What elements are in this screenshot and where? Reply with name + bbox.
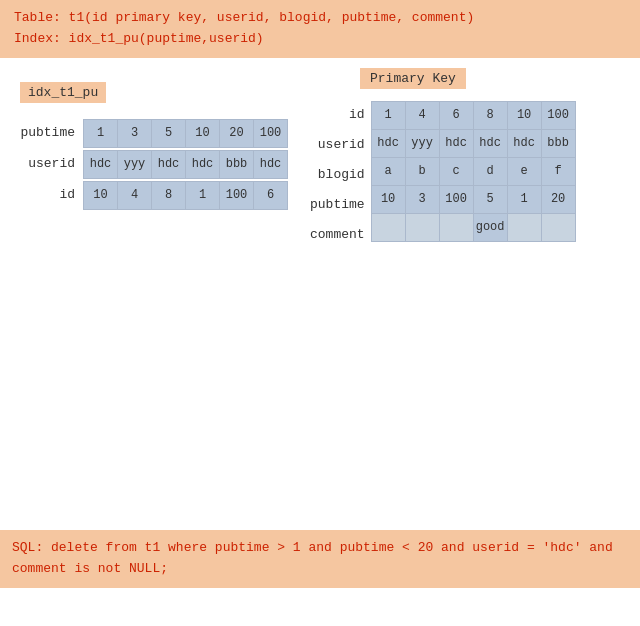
pk-table-row: 1031005120 bbox=[371, 185, 575, 213]
pk-cell bbox=[371, 213, 405, 241]
pk-cell: 10 bbox=[507, 101, 541, 129]
pk-cell: b bbox=[405, 157, 439, 185]
cell: 100 bbox=[254, 119, 288, 147]
pk-cell: e bbox=[507, 157, 541, 185]
cell: bbb bbox=[220, 150, 254, 178]
pk-table-row: 146810100 bbox=[371, 101, 575, 129]
sql-bar: SQL: delete from t1 where pubtime > 1 an… bbox=[0, 530, 640, 588]
pk-cell: 5 bbox=[473, 185, 507, 213]
pk-cell: 20 bbox=[541, 185, 575, 213]
pk-cell: 1 bbox=[371, 101, 405, 129]
pk-cell: 1 bbox=[507, 185, 541, 213]
row-label-id: id bbox=[20, 181, 75, 209]
right-section: Primary Key iduseridblogidpubtimecomment… bbox=[310, 68, 576, 251]
pk-cell: 100 bbox=[541, 101, 575, 129]
header-line2: Index: idx_t1_pu(puptime,userid) bbox=[14, 29, 626, 50]
pk-cell: bbb bbox=[541, 129, 575, 157]
cell: hdc bbox=[186, 150, 220, 178]
pk-cell: f bbox=[541, 157, 575, 185]
pk-cell: c bbox=[439, 157, 473, 185]
pk-cell: good bbox=[473, 213, 507, 241]
primary-key-label: Primary Key bbox=[360, 68, 466, 89]
cell: 100 bbox=[220, 181, 254, 209]
pk-table-wrap: iduseridblogidpubtimecomment 146810100hd… bbox=[310, 101, 576, 251]
sql-text: SQL: delete from t1 where pubtime > 1 an… bbox=[12, 540, 613, 576]
index-label: idx_t1_pu bbox=[20, 82, 106, 103]
pk-row-label-comment: comment bbox=[310, 221, 371, 249]
pk-cell: 10 bbox=[371, 185, 405, 213]
pk-row-label-pubtime: pubtime bbox=[310, 191, 371, 219]
cell: 20 bbox=[220, 119, 254, 147]
pk-cell: hdc bbox=[439, 129, 473, 157]
cell: 4 bbox=[118, 181, 152, 209]
pk-table-row: good bbox=[371, 213, 575, 241]
cell: yyy bbox=[118, 150, 152, 178]
pk-cell: 8 bbox=[473, 101, 507, 129]
pk-table-row: hdcyyyhdchdchdcbbb bbox=[371, 129, 575, 157]
pk-cell: hdc bbox=[507, 129, 541, 157]
pk-cell: 4 bbox=[405, 101, 439, 129]
header-line1: Table: t1(id primary key, userid, blogid… bbox=[14, 8, 626, 29]
pk-cell: 6 bbox=[439, 101, 473, 129]
pk-row-label-userid: userid bbox=[310, 131, 371, 159]
pk-cell: yyy bbox=[405, 129, 439, 157]
cell: 8 bbox=[152, 181, 186, 209]
pk-cell bbox=[439, 213, 473, 241]
pk-table-row: abcdef bbox=[371, 157, 575, 185]
cell: 1 bbox=[84, 119, 118, 147]
pk-cell bbox=[405, 213, 439, 241]
pk-grid: 146810100hdcyyyhdchdchdcbbbabcdef1031005… bbox=[371, 101, 576, 242]
cell: 6 bbox=[254, 181, 288, 209]
cell: hdc bbox=[152, 150, 186, 178]
pk-cell: a bbox=[371, 157, 405, 185]
pk-row-label-blogid: blogid bbox=[310, 161, 371, 189]
pk-cell bbox=[507, 213, 541, 241]
pk-cell: 3 bbox=[405, 185, 439, 213]
pk-row-labels: iduseridblogidpubtimecomment bbox=[310, 101, 371, 251]
row-label-pubtime: pubtime bbox=[20, 119, 75, 147]
pk-cell bbox=[541, 213, 575, 241]
cell: hdc bbox=[254, 150, 288, 178]
cell: 3 bbox=[118, 119, 152, 147]
cell: 1 bbox=[186, 181, 220, 209]
pk-cell: 100 bbox=[439, 185, 473, 213]
pk-cell: hdc bbox=[473, 129, 507, 157]
cell: 10 bbox=[186, 119, 220, 147]
cell: 10 bbox=[84, 181, 118, 209]
pk-cell: hdc bbox=[371, 129, 405, 157]
header-info: Table: t1(id primary key, userid, blogid… bbox=[0, 0, 640, 58]
pk-cell: d bbox=[473, 157, 507, 185]
row-label-userid: userid bbox=[20, 150, 75, 178]
cell: hdc bbox=[84, 150, 118, 178]
pk-row-label-id: id bbox=[310, 101, 371, 129]
cell: 5 bbox=[152, 119, 186, 147]
